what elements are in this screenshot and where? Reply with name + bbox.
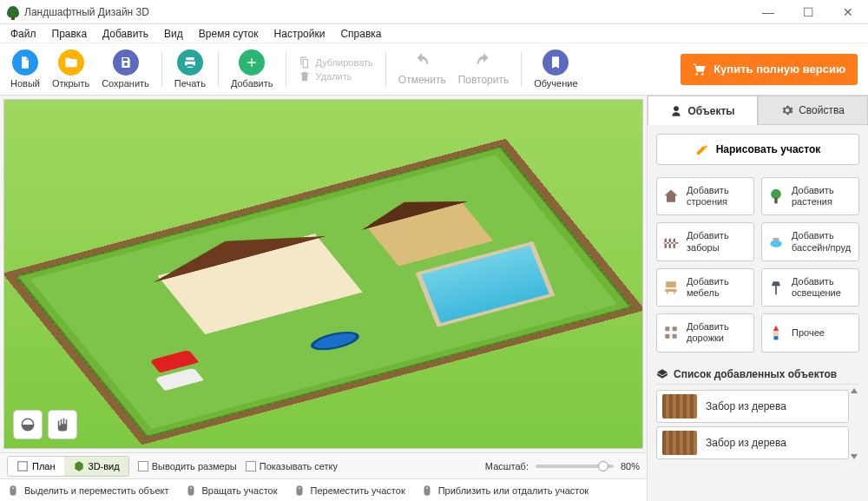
plan-icon — [16, 460, 29, 472]
add-paths-button[interactable]: Добавить дорожки — [656, 313, 754, 352]
orbit-icon — [20, 417, 36, 432]
book-icon — [549, 56, 562, 69]
viewport-3d[interactable] — [3, 99, 643, 449]
app-icon — [7, 6, 19, 18]
house-icon — [662, 188, 680, 205]
print-icon — [183, 56, 197, 69]
buy-full-version-button[interactable]: Купить полную версию — [681, 54, 858, 85]
draw-plot-button[interactable]: Нарисовать участок — [656, 134, 859, 165]
view-3d-button[interactable]: 3D-вид — [64, 457, 128, 476]
status-select-tool[interactable]: Выделить и переместить объект — [7, 485, 169, 497]
svg-point-1 — [674, 106, 680, 111]
mouse-icon — [421, 485, 433, 497]
folder-icon — [64, 56, 78, 69]
viewport-toolbar: План 3D-вид Выводить размеры Показывать … — [0, 452, 647, 478]
status-move-tool[interactable]: Переместить участок — [293, 485, 405, 497]
scale-label: Масштаб: — [485, 461, 529, 471]
minimize-button[interactable]: — — [755, 5, 781, 19]
tree-icon — [767, 188, 785, 205]
scale-slider[interactable] — [536, 465, 614, 468]
scroll-down-button[interactable] — [851, 454, 858, 459]
redo-button[interactable]: Повторить — [458, 52, 510, 86]
orbit-tool-button[interactable] — [13, 410, 43, 439]
add-furniture-button[interactable]: Добавить мебель — [656, 268, 754, 307]
object-list: Забор из дерева Забор из дерева — [656, 390, 849, 463]
pencil-icon — [695, 142, 709, 156]
statusbar: Выделить и переместить объект Вращать уч… — [0, 478, 647, 501]
gear-icon — [781, 104, 793, 116]
learn-button[interactable]: Обучение — [534, 49, 577, 89]
sidebar: Объекты Свойства Нарисовать участок Доба… — [647, 96, 868, 501]
add-other-button[interactable]: Прочее — [761, 313, 859, 352]
tab-objects[interactable]: Объекты — [648, 96, 758, 125]
show-dimensions-checkbox[interactable]: Выводить размеры — [138, 461, 237, 471]
layers-icon — [656, 368, 668, 380]
file-icon — [18, 56, 32, 69]
fence-icon — [662, 234, 680, 251]
maximize-button[interactable]: ☐ — [795, 5, 821, 19]
fence-thumbnail — [662, 431, 697, 455]
mouse-icon — [7, 485, 19, 497]
gnome-icon — [767, 324, 785, 341]
duplicate-button[interactable]: Дублировать — [299, 56, 373, 69]
save-icon — [119, 56, 133, 69]
delete-button[interactable]: Удалить — [299, 70, 373, 82]
svg-point-4 — [770, 240, 781, 247]
svg-rect-0 — [18, 461, 28, 471]
add-button[interactable]: Добавить — [231, 49, 273, 89]
hand-icon — [55, 417, 70, 432]
svg-point-6 — [773, 332, 779, 338]
pool-icon — [767, 234, 785, 251]
list-item[interactable]: Забор из дерева — [656, 390, 849, 423]
show-grid-checkbox[interactable]: Показывать сетку — [246, 461, 338, 471]
scroll-up-button[interactable] — [851, 388, 858, 393]
open-button[interactable]: Открыть — [52, 49, 89, 89]
3d-icon — [73, 460, 85, 472]
duplicate-icon — [299, 56, 311, 69]
chair-icon — [662, 279, 680, 296]
svg-rect-5 — [773, 238, 779, 241]
object-list-header: Список добавленных объектов — [656, 365, 859, 385]
undo-icon — [412, 52, 431, 71]
menu-edit[interactable]: Правка — [45, 26, 95, 42]
menu-add[interactable]: Добавить — [95, 26, 155, 42]
menu-file[interactable]: Файл — [3, 26, 43, 42]
menu-view[interactable]: Вид — [157, 26, 190, 42]
save-button[interactable]: Сохранить — [102, 49, 149, 89]
cart-icon — [693, 63, 707, 76]
mouse-icon — [185, 485, 197, 497]
menu-help[interactable]: Справка — [333, 26, 388, 42]
undo-button[interactable]: Отменить — [398, 52, 446, 86]
svg-rect-7 — [774, 336, 779, 339]
path-icon — [662, 324, 680, 341]
new-button[interactable]: Новый — [10, 49, 40, 89]
trash-icon — [299, 70, 311, 82]
print-button[interactable]: Печать — [174, 49, 206, 89]
menu-settings[interactable]: Настройки — [267, 26, 332, 42]
scale-value: 80% — [621, 461, 640, 471]
lamp-icon — [767, 279, 785, 296]
fence-thumbnail — [662, 394, 697, 419]
view-plan-button[interactable]: План — [8, 457, 64, 476]
tab-properties[interactable]: Свойства — [758, 96, 868, 125]
menubar: Файл Правка Добавить Вид Время суток Нас… — [0, 24, 868, 43]
plus-icon — [245, 56, 259, 69]
toolbar: Новый Открыть Сохранить Печать Добавить … — [0, 43, 868, 96]
redo-icon — [474, 52, 493, 71]
objects-icon — [670, 105, 682, 117]
add-plants-button[interactable]: Добавить растения — [761, 177, 859, 215]
add-fences-button[interactable]: Добавить заборы — [656, 222, 754, 260]
pan-tool-button[interactable] — [48, 410, 77, 439]
add-lighting-button[interactable]: Добавить освещение — [761, 268, 859, 307]
close-button[interactable]: ✕ — [835, 5, 861, 19]
svg-rect-3 — [774, 198, 777, 204]
titlebar: Ландшафтный Дизайн 3D — ☐ ✕ — [0, 0, 868, 24]
mouse-icon — [293, 485, 306, 497]
menu-time[interactable]: Время суток — [192, 26, 266, 42]
add-pool-button[interactable]: Добавить бассейн/пруд — [761, 222, 859, 260]
svg-point-2 — [771, 189, 781, 200]
add-buildings-button[interactable]: Добавить строения — [656, 177, 754, 215]
list-item[interactable]: Забор из дерева — [656, 426, 849, 459]
status-zoom-tool[interactable]: Приблизить или отдалить участок — [421, 485, 589, 497]
status-rotate-tool[interactable]: Вращать участок — [185, 485, 278, 497]
